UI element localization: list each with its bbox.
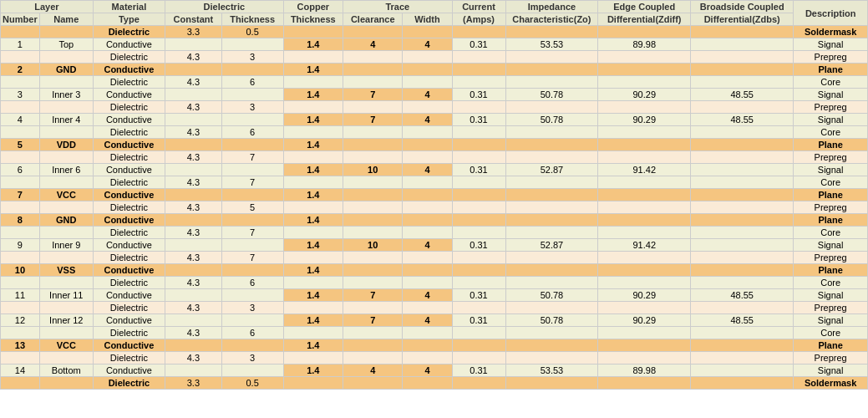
current[interactable] (452, 64, 505, 76)
copper-thickness[interactable]: 1.4 (283, 64, 343, 76)
broadside-coupled[interactable] (691, 227, 794, 239)
table-row[interactable]: Dielectric4.37Core (1, 176, 868, 189)
broadside-coupled[interactable] (691, 201, 794, 214)
table-row[interactable]: Dielectric4.33Prepreg (1, 51, 868, 64)
diel-thickness[interactable] (221, 339, 283, 352)
table-row[interactable]: 12Inner 12Conductive1.4740.3150.7890.294… (1, 314, 868, 327)
current[interactable] (452, 277, 505, 289)
description[interactable]: Core (794, 227, 868, 239)
diel-thickness[interactable] (221, 189, 283, 201)
edge-coupled[interactable] (598, 76, 691, 89)
diel-constant[interactable] (165, 289, 222, 302)
trace-width[interactable]: 4 (403, 314, 452, 327)
diel-thickness[interactable] (221, 314, 283, 327)
layer-number[interactable]: 1 (1, 38, 40, 51)
layer-name[interactable] (39, 51, 93, 64)
layer-type[interactable]: Conductive (93, 214, 165, 227)
impedance[interactable]: 50.78 (505, 314, 598, 327)
table-row[interactable]: 11Inner 11Conductive1.4740.3150.7890.294… (1, 289, 868, 302)
diel-thickness[interactable]: 0.5 (221, 26, 283, 38)
layer-number[interactable] (1, 302, 40, 314)
diel-thickness[interactable] (221, 214, 283, 227)
impedance[interactable] (505, 302, 598, 314)
copper-thickness[interactable]: 1.4 (283, 314, 343, 327)
layer-number[interactable]: 11 (1, 289, 40, 302)
diel-constant[interactable]: 4.3 (165, 101, 222, 114)
clearance[interactable] (343, 264, 403, 277)
broadside-coupled[interactable] (691, 26, 794, 38)
diel-thickness[interactable]: 6 (221, 126, 283, 139)
layer-type[interactable]: Dielectric (93, 302, 165, 314)
description[interactable]: Soldermask (794, 26, 868, 38)
layer-number[interactable] (1, 377, 40, 390)
table-row[interactable]: 4Inner 4Conductive1.4740.3150.7890.2948.… (1, 114, 868, 126)
edge-coupled[interactable] (598, 377, 691, 390)
table-row[interactable]: 6Inner 6Conductive1.41040.3152.8791.42Si… (1, 164, 868, 176)
layer-name[interactable] (39, 327, 93, 339)
layer-name[interactable]: VDD (39, 139, 93, 151)
diel-constant[interactable] (165, 339, 222, 352)
edge-coupled[interactable] (598, 227, 691, 239)
copper-thickness[interactable] (283, 252, 343, 264)
layer-name[interactable]: Inner 4 (39, 114, 93, 126)
current[interactable]: 0.31 (452, 314, 505, 327)
trace-width[interactable]: 4 (403, 89, 452, 101)
clearance[interactable]: 7 (343, 114, 403, 126)
table-row[interactable]: Dielectric4.36Core (1, 76, 868, 89)
layer-number[interactable] (1, 227, 40, 239)
clearance[interactable]: 7 (343, 289, 403, 302)
copper-thickness[interactable] (283, 76, 343, 89)
broadside-coupled[interactable] (691, 151, 794, 164)
clearance[interactable] (343, 302, 403, 314)
broadside-coupled[interactable] (691, 189, 794, 201)
description[interactable]: Prepreg (794, 51, 868, 64)
impedance[interactable] (505, 264, 598, 277)
diel-constant[interactable] (165, 189, 222, 201)
trace-width[interactable] (403, 327, 452, 339)
trace-width[interactable]: 4 (403, 239, 452, 252)
broadside-coupled[interactable] (691, 139, 794, 151)
diel-thickness[interactable]: 0.5 (221, 377, 283, 390)
edge-coupled[interactable] (598, 126, 691, 139)
description[interactable]: Prepreg (794, 101, 868, 114)
impedance[interactable] (505, 339, 598, 352)
broadside-coupled[interactable] (691, 302, 794, 314)
table-row[interactable]: 8GNDConductive1.4Plane (1, 214, 868, 227)
broadside-coupled[interactable] (691, 51, 794, 64)
current[interactable] (452, 76, 505, 89)
layer-number[interactable] (1, 201, 40, 214)
edge-coupled[interactable] (598, 51, 691, 64)
copper-thickness[interactable]: 1.4 (283, 164, 343, 176)
copper-thickness[interactable]: 1.4 (283, 189, 343, 201)
edge-coupled[interactable] (598, 302, 691, 314)
trace-width[interactable] (403, 126, 452, 139)
layer-number[interactable] (1, 151, 40, 164)
diel-constant[interactable]: 4.3 (165, 176, 222, 189)
impedance[interactable] (505, 76, 598, 89)
table-row[interactable]: Dielectric4.36Core (1, 277, 868, 289)
table-row[interactable]: Dielectric4.36Core (1, 126, 868, 139)
diel-thickness[interactable]: 3 (221, 352, 283, 364)
layer-name[interactable]: Inner 6 (39, 164, 93, 176)
table-row[interactable]: 1TopConductive1.4440.3153.5389.98Signal (1, 38, 868, 51)
layer-type[interactable]: Conductive (93, 189, 165, 201)
clearance[interactable] (343, 76, 403, 89)
edge-coupled[interactable] (598, 327, 691, 339)
diel-thickness[interactable] (221, 139, 283, 151)
edge-coupled[interactable]: 90.29 (598, 289, 691, 302)
edge-coupled[interactable] (598, 151, 691, 164)
copper-thickness[interactable] (283, 377, 343, 390)
description[interactable]: Signal (794, 289, 868, 302)
layer-name[interactable]: VSS (39, 264, 93, 277)
description[interactable]: Plane (794, 64, 868, 76)
layer-name[interactable]: GND (39, 64, 93, 76)
edge-coupled[interactable] (598, 176, 691, 189)
clearance[interactable] (343, 214, 403, 227)
edge-coupled[interactable] (598, 201, 691, 214)
clearance[interactable]: 4 (343, 364, 403, 377)
clearance[interactable] (343, 101, 403, 114)
current[interactable] (452, 101, 505, 114)
trace-width[interactable] (403, 377, 452, 390)
diel-constant[interactable] (165, 314, 222, 327)
clearance[interactable] (343, 126, 403, 139)
